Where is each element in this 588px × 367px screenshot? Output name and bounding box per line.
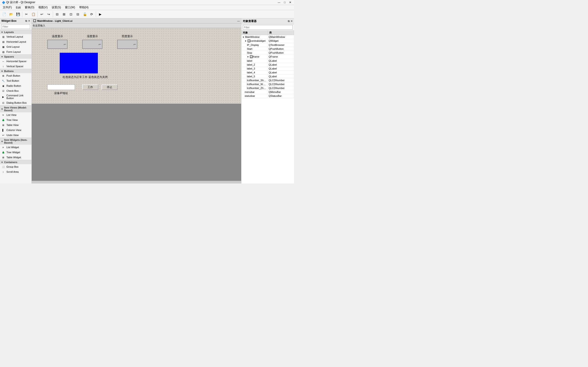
widget-table-widget[interactable]: ⊞ Table Widget bbox=[0, 155, 32, 160]
widget-column-view[interactable]: ▌ Column View bbox=[0, 127, 32, 133]
object-row-lcd-shidu[interactable]: lcdNumber_ShiDu QLCDNumber bbox=[242, 78, 294, 82]
widget-tree-view[interactable]: 🌲 Tree View bbox=[0, 117, 32, 123]
object-row-frame[interactable]: ▼🔲frame QFrame bbox=[242, 55, 294, 59]
expand-mainwindow[interactable]: ▼ bbox=[242, 36, 244, 38]
toolbar-copy[interactable]: 📋 bbox=[30, 11, 36, 17]
widget-list: ▼ Layouts ▥ Vertical Layout ▤ Horizontal… bbox=[0, 30, 32, 184]
object-inspector-header: 对象查看器 ⧉ ✕ bbox=[242, 18, 294, 24]
object-row-lcd-wendu[interactable]: lcdNumber_WenDu QLCDNumber bbox=[242, 82, 294, 86]
object-cell-statusbar-name: statusbar bbox=[242, 94, 268, 98]
section-item-widgets-arrow: ▼ bbox=[1, 140, 3, 143]
toolbar-redo[interactable]: ↪ bbox=[45, 11, 52, 17]
menu-view[interactable]: 视图(V) bbox=[36, 5, 49, 10]
horizontal-layout-icon: ▤ bbox=[1, 40, 5, 44]
widget-check-box[interactable]: ☑ Check Box bbox=[0, 88, 32, 93]
toolbar-save[interactable]: 💾 bbox=[15, 11, 21, 17]
close-button[interactable]: ✕ bbox=[288, 1, 292, 4]
object-row-centralwidget[interactable]: ▼🔲centralwidget QWidget bbox=[242, 39, 294, 43]
section-buttons[interactable]: ▼ Buttons bbox=[0, 69, 32, 73]
widget-box-header-buttons: ⧉ ✕ bbox=[25, 19, 30, 23]
widget-table-view[interactable]: ⊞ Table View bbox=[0, 123, 32, 127]
widget-group-box[interactable]: ⬜ Group Box bbox=[0, 164, 32, 169]
object-cell-label4-class: QLabel bbox=[268, 71, 294, 74]
object-row-label4[interactable]: label_4 QLabel bbox=[242, 71, 294, 75]
toolbar-cut[interactable]: ✂ bbox=[23, 11, 30, 17]
designer-minimize-button[interactable]: — bbox=[237, 19, 240, 22]
toolbar-preview[interactable]: ▶ bbox=[97, 11, 103, 17]
object-inspector-float-button[interactable]: ⧉ bbox=[288, 20, 290, 23]
menu-settings[interactable]: 设置(S) bbox=[50, 5, 63, 10]
object-row-statusbar[interactable]: statusbar QStatusBar bbox=[242, 94, 294, 98]
expand-centralwidget[interactable]: ▼ bbox=[245, 40, 247, 42]
object-row-label[interactable]: label QLabel bbox=[242, 59, 294, 63]
ip-input[interactable] bbox=[47, 84, 75, 90]
section-layouts-label: Layouts bbox=[4, 31, 14, 33]
toolbar-layout-g[interactable]: ⊡ bbox=[68, 11, 74, 17]
work-button-label: 工作 bbox=[87, 85, 93, 89]
section-item-views[interactable]: ▼ Item Views (Model-Based) bbox=[0, 105, 32, 112]
toolbar-new[interactable]: 📄 bbox=[1, 11, 7, 17]
widget-box-header: Widget Box ⧉ ✕ bbox=[0, 18, 32, 24]
section-spacers[interactable]: ▼ Spacers bbox=[0, 54, 32, 59]
designer-canvas[interactable]: 温度显示 ⌐ 湿度显示 ⌐ 照度显示 bbox=[32, 28, 241, 184]
widget-radio-button[interactable]: ◉ Radio Button bbox=[0, 83, 32, 88]
canvas-gray-area bbox=[32, 104, 241, 184]
toolbar-sep4 bbox=[96, 11, 96, 17]
widget-list-view[interactable]: ≡ List View bbox=[0, 112, 32, 117]
widget-grid-layout[interactable]: ▦ Grid Layout bbox=[0, 44, 32, 49]
object-filter-input[interactable] bbox=[243, 25, 293, 30]
widget-filter-input[interactable] bbox=[1, 24, 30, 29]
toolbar-open[interactable]: 📂 bbox=[8, 11, 14, 17]
widget-horizontal-layout[interactable]: ▤ Horizontal Layout bbox=[0, 39, 32, 44]
humidity-label-group: 湿度显示 ⌐ bbox=[82, 34, 103, 49]
form-label: 在这里输入 bbox=[33, 24, 45, 27]
toolbar-break[interactable]: 🔓 bbox=[82, 11, 88, 17]
toolbar-layout-f[interactable]: ⊟ bbox=[75, 11, 81, 17]
widget-list-widget[interactable]: ≡ List Widget bbox=[0, 145, 32, 150]
widget-filter-area bbox=[0, 24, 32, 30]
section-containers[interactable]: ▼ Containers bbox=[0, 160, 32, 164]
widget-push-button[interactable]: ⊞ Push Button bbox=[0, 73, 32, 78]
widget-tree-widget[interactable]: 🌲 Tree Widget bbox=[0, 150, 32, 155]
widget-dialog-button-box[interactable]: ⊡ Dialog Button Box bbox=[0, 100, 32, 105]
toolbar-adjust[interactable]: ⟳ bbox=[88, 11, 95, 17]
widget-tool-button[interactable]: 🔧 Tool Button bbox=[0, 78, 32, 83]
toolbar-layout-h[interactable]: ⊟ bbox=[54, 11, 61, 17]
toolbar-layout-v[interactable]: ⊞ bbox=[61, 11, 67, 17]
menu-edit[interactable]: Edit bbox=[14, 6, 23, 10]
widget-vertical-layout[interactable]: ▥ Vertical Layout bbox=[0, 34, 32, 39]
menu-help[interactable]: 帮助(H) bbox=[78, 5, 90, 10]
menu-window[interactable]: 窗口(W) bbox=[63, 5, 77, 10]
work-button[interactable]: 工作 bbox=[82, 84, 98, 90]
object-row-label2[interactable]: label_2 QLabel bbox=[242, 63, 294, 67]
maximize-button[interactable]: □ bbox=[283, 1, 286, 4]
widget-scroll-area[interactable]: ↕ Scroll Area bbox=[0, 169, 32, 174]
widget-undo-view[interactable]: ↩ Undo View bbox=[0, 133, 32, 138]
object-row-stop[interactable]: Stop QPushButton bbox=[242, 51, 294, 55]
widget-horizontal-spacer[interactable]: ↔ Horizontal Spacer bbox=[0, 59, 32, 64]
widget-command-link-button[interactable]: ▶ Command Link Button bbox=[0, 93, 32, 100]
object-inspector-close-button[interactable]: ✕ bbox=[291, 20, 293, 23]
expand-frame[interactable]: ▼ bbox=[247, 56, 249, 58]
widget-box-close-button[interactable]: ✕ bbox=[28, 19, 30, 23]
toolbar-undo[interactable]: ↩ bbox=[39, 11, 45, 17]
section-item-widgets[interactable]: ▼ Item Widgets (Item-Based) bbox=[0, 138, 32, 145]
widget-box-float-button[interactable]: ⧉ bbox=[25, 19, 27, 23]
section-buttons-arrow: ▼ bbox=[1, 70, 3, 73]
canvas-scrollbar-horizontal[interactable] bbox=[32, 181, 241, 184]
table-widget-label: Table Widget bbox=[6, 156, 21, 159]
object-row-start[interactable]: Start QPushButton bbox=[242, 47, 294, 51]
menu-file[interactable]: 文件(F) bbox=[1, 5, 14, 10]
stop-button[interactable]: 停止 bbox=[102, 84, 118, 90]
minimize-button[interactable]: — bbox=[277, 1, 281, 4]
widget-form-layout[interactable]: ▧ Form Layout bbox=[0, 49, 32, 54]
object-row-label3[interactable]: label_3 QLabel bbox=[242, 67, 294, 71]
object-row-menubar[interactable]: menubar QMenuBar bbox=[242, 90, 294, 94]
object-row-ip-display[interactable]: IP_Display QTextBrowser bbox=[242, 43, 294, 47]
object-row-label5[interactable]: label_5 QLabel bbox=[242, 75, 294, 78]
widget-vertical-spacer[interactable]: ↕ Vertical Spacer bbox=[0, 64, 32, 69]
section-layouts[interactable]: ▼ Layouts bbox=[0, 30, 32, 34]
object-row-lcd-zhaodu[interactable]: lcdNumber_ZhaoDu QLCDNumber bbox=[242, 86, 294, 90]
object-row-mainwindow[interactable]: ▼MainWindow QMainWindow bbox=[242, 35, 294, 39]
menu-form[interactable]: 窗体(O) bbox=[23, 5, 36, 10]
